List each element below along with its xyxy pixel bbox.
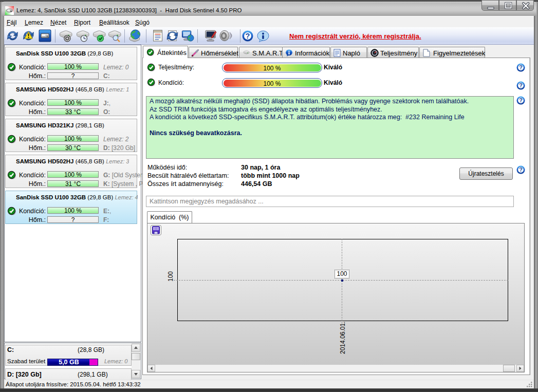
svg-text:?: ? [246, 32, 250, 40]
